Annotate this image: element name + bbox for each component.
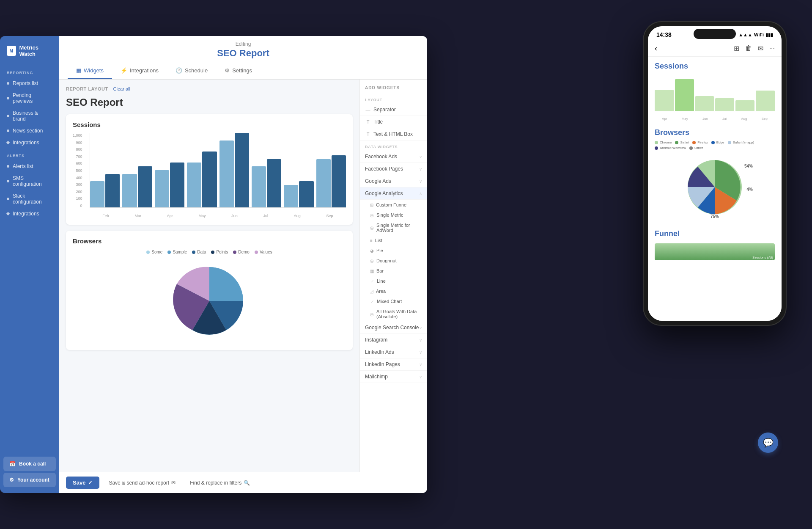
phone-sessions-title: Sessions — [655, 57, 775, 74]
pie-percentage-3: 75% — [710, 214, 719, 219]
panel-item-inner: Google Search Console — [365, 325, 419, 331]
bar-dark — [299, 181, 313, 207]
list-icon: ≡ — [370, 238, 373, 243]
back-icon[interactable]: ‹ — [655, 44, 657, 53]
panel-item-text-html[interactable]: T Text & HTML Box — [360, 128, 427, 141]
panel-sub-item-doughnut[interactable]: ◎ Doughnut — [360, 256, 427, 266]
legend-item: Other — [689, 146, 703, 150]
panel-item-linkedin-pages[interactable]: LinkedIn Pages ∨ — [360, 358, 427, 371]
chat-bubble[interactable]: 💬 — [758, 433, 778, 453]
bar-dark — [105, 174, 120, 207]
panel-sub-item-list[interactable]: ≡ List — [360, 235, 427, 245]
sub-item-label: Doughnut — [376, 258, 397, 263]
clear-all-link[interactable]: Clear all — [113, 86, 130, 91]
legend-label: Firefox — [697, 141, 708, 144]
legend-item: Some — [146, 250, 162, 254]
panel-sub-item-all-goals[interactable]: ◎ All Goals With Data (Absolute) — [360, 306, 427, 322]
save-button[interactable]: Save ✓ — [66, 477, 99, 489]
sidebar-item-slack-config[interactable]: Slack configuration — [0, 190, 59, 208]
panel-sub-item-pie[interactable]: ◕ Pie — [360, 245, 427, 256]
chat-icon: 💬 — [763, 438, 774, 448]
account-icon: ⚙ — [9, 477, 14, 483]
tab-widgets[interactable]: ▦ Widgets — [68, 63, 112, 79]
panel-sub-item-bar[interactable]: ▦ Bar — [360, 266, 427, 276]
mail-icon[interactable]: ✉ — [758, 44, 763, 52]
bar — [155, 170, 169, 207]
panel-item-facebook-pages[interactable]: Facebook Pages ∨ — [360, 163, 427, 175]
panel-item-title[interactable]: T Title — [360, 116, 427, 128]
phone-browsers-section: Chrome Safari Firefox Edge Safari (in-ap… — [655, 141, 775, 224]
sidebar-item-integrations-alerts[interactable]: Integrations — [0, 208, 59, 220]
sub-item-label: Single Metric — [376, 212, 403, 218]
x-label: Mar — [135, 214, 142, 218]
tab-label: Integrations — [130, 67, 159, 74]
find-replace-button[interactable]: Find & replace in filters 🔍 — [185, 477, 255, 489]
x-label: Jun — [231, 214, 238, 218]
legend-item: Firefox — [692, 141, 708, 144]
tab-label: Widgets — [84, 67, 104, 74]
save-send-button[interactable]: Save & send ad-hoc report ✉ — [104, 477, 181, 489]
panel-item-label: Title — [373, 119, 383, 125]
your-account-button[interactable]: ⚙ Your account — [3, 473, 56, 487]
panel-item-instagram[interactable]: Instagram ∨ — [360, 334, 427, 346]
panel-item-separator[interactable]: — Separator — [360, 104, 427, 116]
add-icon[interactable]: ⊞ — [734, 44, 739, 52]
panel-item-google-analytics[interactable]: Google Analytics ∧ — [360, 187, 427, 200]
panel-item-google-search-console[interactable]: Google Search Console ∨ — [360, 322, 427, 334]
battery-icon: ▮▮▮ — [765, 32, 773, 38]
phone-nav-icons: ⊞ 🗑 ✉ ··· — [734, 44, 775, 52]
phone-x-label: Sep — [762, 117, 768, 121]
sidebar-item-label: Integrations — [13, 140, 39, 146]
save-send-label: Save & send ad-hoc report — [109, 480, 169, 486]
email-icon: ✉ — [171, 480, 176, 486]
sidebar-item-news-section[interactable]: News section — [0, 125, 59, 137]
dot-icon — [7, 82, 9, 85]
x-axis-labels: Feb Mar Apr May Jun Jul Aug Sep — [90, 214, 346, 218]
panel-item-label: Facebook Ads — [365, 154, 397, 160]
sidebar-item-pending-previews[interactable]: Pending previews — [0, 89, 59, 107]
report-title: SEO Report — [68, 48, 419, 59]
more-icon[interactable]: ··· — [769, 44, 775, 52]
sidebar-item-reports-list[interactable]: Reports list — [0, 77, 59, 89]
tab-schedule[interactable]: 🕐 Schedule — [167, 63, 216, 79]
panel-sub-item-custom-funnel[interactable]: ⊞ Custom Funnel — [360, 200, 427, 210]
chevron-down-icon: ∨ — [419, 167, 422, 171]
sidebar: M Metrics Watch REPORTING Reports list P… — [0, 36, 59, 493]
panel-sub-item-area[interactable]: ◿ Area — [360, 286, 427, 296]
legend-label: Safari (in-app) — [733, 141, 754, 144]
panel-item-facebook-ads[interactable]: Facebook Ads ∨ — [360, 151, 427, 163]
logo: M Metrics Watch — [0, 36, 59, 66]
browsers-widget: Browsers Some Sample Data Points Demo Va… — [66, 231, 353, 350]
sidebar-item-integrations-reporting[interactable]: Integrations — [0, 137, 59, 149]
trash-icon[interactable]: 🗑 — [745, 44, 752, 52]
panel-sub-item-mixed-chart[interactable]: ⟋ Mixed Chart — [360, 296, 427, 306]
bar-icon: ▦ — [370, 269, 374, 273]
sidebar-item-business-brand[interactable]: Business & brand — [0, 107, 59, 125]
y-label: 100 — [76, 196, 82, 201]
panel-sub-item-line[interactable]: ⟋ Line — [360, 276, 427, 286]
panel-item-google-ads[interactable]: Google Ads ∨ — [360, 175, 427, 187]
legend-color — [167, 251, 171, 254]
tab-integrations[interactable]: ⚡ Integrations — [112, 63, 167, 79]
panel-item-linkedin-ads[interactable]: LinkedIn Ads ∨ — [360, 346, 427, 358]
legend-label: Android Webview — [660, 146, 686, 150]
panel-sub-item-single-metric[interactable]: ◎ Single Metric — [360, 210, 427, 220]
sidebar-item-sms-config[interactable]: SMS configuration — [0, 172, 59, 190]
book-call-button[interactable]: 📅 Book a call — [3, 457, 56, 471]
legend-color — [233, 251, 236, 254]
editor-header: Editing SEO Report ▦ Widgets ⚡ Integrati… — [59, 36, 427, 80]
legend-color — [655, 146, 658, 150]
sidebar-item-alerts-list[interactable]: Alerts list — [0, 160, 59, 172]
panel-item-mailchimp[interactable]: Mailchimp ∨ — [360, 371, 427, 383]
tab-settings[interactable]: ⚙ Settings — [216, 63, 261, 79]
panel-item-inner: Facebook Pages — [365, 166, 403, 172]
pie-chart-svg — [159, 259, 260, 343]
phone-bar — [715, 98, 734, 111]
legend-color — [692, 141, 696, 144]
phone-browsers-title: Browsers — [655, 123, 775, 141]
panel-sub-item-single-metric-adword[interactable]: ◎ Single Metric for AdWord — [360, 220, 427, 235]
legend-label: Chrome — [660, 141, 672, 144]
phone-funnel-title: Funnel — [655, 224, 775, 242]
y-label: 500 — [76, 168, 82, 173]
pie-chart-container: Some Sample Data Points Demo Values — [73, 250, 346, 343]
